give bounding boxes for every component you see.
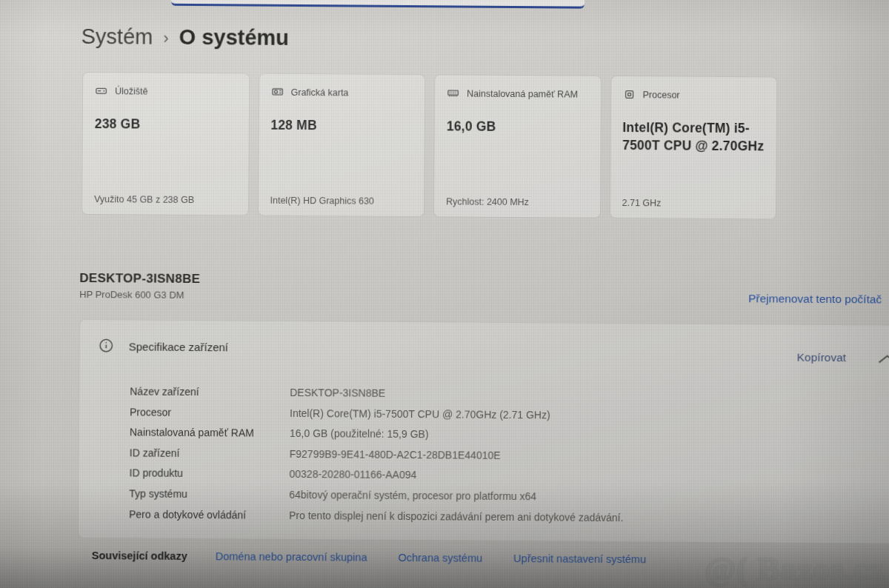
ram-card-detail: Rychlost: 2400 MHz <box>446 196 588 207</box>
graphics-card-header: Grafická karta <box>271 85 413 102</box>
processor-card: Procesor Intel(R) Core(TM) i5-7500T CPU … <box>609 76 777 220</box>
device-model: HP ProDesk 600 G3 DM <box>79 289 200 301</box>
spec-value: DESKTOP-3ISN8BE <box>290 383 385 404</box>
ram-icon <box>447 86 459 102</box>
processor-card-label: Procesor <box>643 87 680 102</box>
specs-table: Název zařízení DESKTOP-3ISN8BE Procesor … <box>129 381 889 530</box>
rename-pc-button[interactable]: Přejmenovat tento počítač <box>748 292 882 306</box>
page-title: O systému <box>179 25 290 50</box>
spec-row-pen-touch: Pero a dotykové ovládání Pro tento displ… <box>129 504 889 530</box>
info-icon <box>99 338 114 356</box>
processor-card-detail: 2.71 GHz <box>622 198 765 209</box>
settings-about-screen-photo: Systém › O systému Úložiště 238 GB <box>0 0 889 588</box>
storage-card-label: Úložiště <box>115 84 148 98</box>
related-links-row: Související odkazy Doména nebo pracovní … <box>92 549 677 566</box>
device-specifications-title: Specifikace zařízení <box>129 340 228 353</box>
processor-card-value: Intel(R) Core(TM) i5-7500T CPU @ 2.70GHz <box>622 118 765 156</box>
spec-label: ID zařízení <box>130 443 290 464</box>
spec-label: Pero a dotykové ovládání <box>129 504 289 526</box>
spec-label: Typ systému <box>129 484 289 505</box>
summary-cards: Úložiště 238 GB Využito 45 GB z 238 GB G… <box>81 72 777 220</box>
breadcrumb: Systém › O systému <box>81 24 290 50</box>
ram-card-value: 16,0 GB <box>447 117 589 136</box>
processor-card-header: Procesor <box>623 87 765 104</box>
spec-value: Intel(R) Core(TM) i5-7500T CPU @ 2.70GHz… <box>290 404 550 426</box>
related-links-title: Související odkazy <box>92 549 187 562</box>
spec-label: Nainstalovaná paměť RAM <box>130 423 290 444</box>
spec-label: Procesor <box>130 402 290 424</box>
ram-card: Nainstalovaná paměť RAM 16,0 GB Rychlost… <box>433 74 602 218</box>
graphics-card-icon <box>271 85 284 101</box>
link-domain-workgroup[interactable]: Doména nebo pracovní skupina <box>216 550 367 563</box>
spec-value: 16,0 GB (použitelné: 15,9 GB) <box>290 424 429 445</box>
bazos-watermark: @( Bazos.cz <box>705 549 885 588</box>
link-system-protection[interactable]: Ochrana systému <box>398 552 482 564</box>
spec-label: ID produktu <box>129 464 289 485</box>
graphics-card-value: 128 MB <box>270 116 413 135</box>
device-name-block: DESKTOP-3ISN8BE HP ProDesk 600 G3 DM <box>79 271 200 301</box>
device-specifications-header[interactable]: Specifikace zařízení Kopírovat <box>80 320 889 369</box>
storage-card-detail: Využito 45 GB z 238 GB <box>94 194 236 205</box>
spec-value: F92799B9-9E41-480D-A2C1-28DB1E44010E <box>290 444 501 467</box>
ram-card-label: Nainstalovaná paměť RAM <box>467 87 578 102</box>
spec-value: Pro tento displej není k dispozici zadáv… <box>289 505 624 528</box>
spec-label: Název zařízení <box>130 381 290 403</box>
storage-card-header: Úložiště <box>95 84 237 101</box>
storage-card: Úložiště 238 GB Využito 45 GB z 238 GB <box>81 72 250 216</box>
spec-value: 64bitový operační systém, procesor pro p… <box>289 485 536 507</box>
storage-icon <box>95 84 107 100</box>
search-input[interactable] <box>171 0 585 9</box>
breadcrumb-system[interactable]: Systém <box>81 24 153 50</box>
spec-value: 00328-20280-01166-AA094 <box>289 464 416 486</box>
processor-icon <box>623 87 636 104</box>
ram-card-header: Nainstalovaná paměť RAM <box>447 86 589 103</box>
screen-content: Systém › O systému Úložiště 238 GB <box>0 0 889 588</box>
storage-card-value: 238 GB <box>95 115 237 133</box>
device-name: DESKTOP-3ISN8BE <box>79 271 200 287</box>
breadcrumb-separator-icon: › <box>163 27 169 47</box>
chevron-up-icon[interactable] <box>878 353 889 367</box>
graphics-card: Grafická karta 128 MB Intel(R) HD Graphi… <box>257 73 425 218</box>
graphics-card-detail: Intel(R) HD Graphics 630 <box>270 196 413 207</box>
link-advanced-system-settings[interactable]: Upřesnit nastavení systému <box>513 552 646 565</box>
graphics-card-label: Grafická karta <box>291 85 349 101</box>
copy-button[interactable]: Kopírovat <box>797 351 846 364</box>
device-specifications-card: Specifikace zařízení Kopírovat Název zař… <box>78 319 889 544</box>
